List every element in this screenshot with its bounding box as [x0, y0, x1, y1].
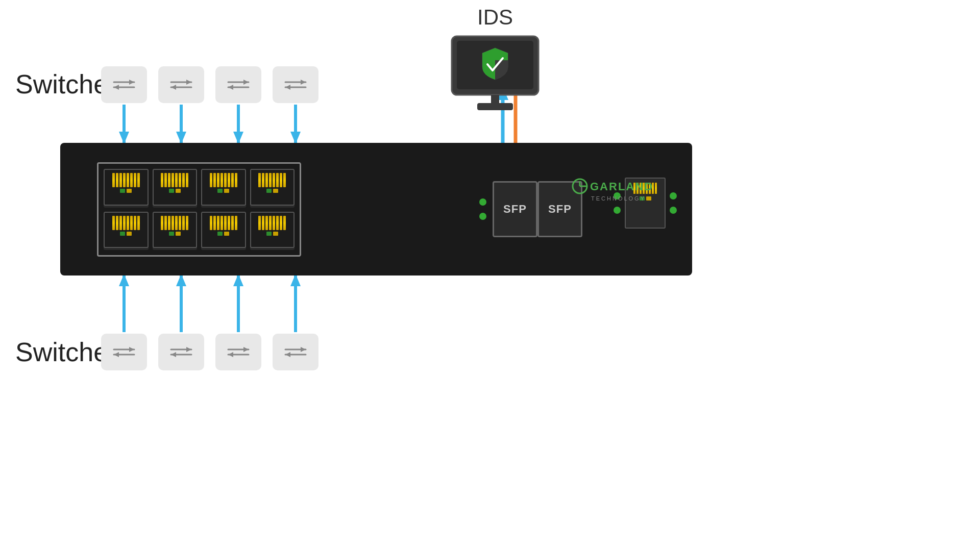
svg-rect-41	[477, 103, 513, 110]
rj45-port-1	[104, 169, 149, 208]
rj45-port-6	[153, 212, 198, 251]
ids-container: IDS	[449, 5, 541, 113]
right-dot-4	[670, 207, 677, 214]
svg-marker-37	[285, 85, 290, 90]
svg-marker-33	[228, 85, 233, 90]
svg-marker-25	[114, 85, 119, 90]
svg-marker-54	[171, 352, 176, 357]
svg-marker-5	[233, 132, 243, 144]
rj45-port-4	[250, 169, 295, 208]
sfp-status-dots-left	[479, 198, 486, 220]
ids-label: IDS	[477, 5, 513, 30]
svg-marker-27	[186, 80, 191, 85]
svg-marker-1	[119, 132, 129, 144]
svg-rect-40	[491, 95, 499, 104]
sfp-dot-1	[479, 198, 486, 206]
svg-marker-13	[233, 274, 243, 286]
right-dot-2	[614, 207, 621, 214]
rj45-port-8	[250, 212, 295, 251]
switch-icon-top-4	[273, 66, 318, 103]
switch-icon-bot-3	[215, 334, 261, 370]
switch-icon-bot-2	[158, 334, 204, 370]
right-dot-3	[670, 192, 677, 199]
rj45-port-2	[153, 169, 198, 208]
svg-marker-50	[114, 352, 119, 357]
svg-marker-15	[290, 274, 301, 286]
sfp-port-1: SFP	[493, 181, 537, 237]
svg-marker-48	[129, 347, 134, 352]
svg-marker-7	[290, 132, 301, 144]
svg-marker-56	[243, 347, 249, 352]
svg-text:TECHNOLOGY: TECHNOLOGY	[591, 195, 646, 202]
svg-marker-60	[301, 347, 306, 352]
svg-text:GARLAND: GARLAND	[590, 180, 653, 193]
switch-icon-bot-1	[101, 334, 147, 370]
svg-marker-9	[119, 274, 129, 286]
diagram-container: Switches	[0, 0, 980, 551]
switch-icon-top-2	[158, 66, 204, 103]
sfp-dot-2	[479, 213, 486, 220]
svg-marker-11	[176, 274, 186, 286]
svg-marker-35	[301, 80, 306, 85]
switch-icon-top-1	[101, 66, 147, 103]
right-status-dots-2	[670, 192, 677, 214]
svg-marker-31	[243, 80, 249, 85]
switch-icon-bot-4	[273, 334, 318, 370]
svg-marker-58	[228, 352, 233, 357]
rj45-port-3	[201, 169, 246, 208]
svg-marker-23	[129, 80, 134, 85]
rj45-port-7	[201, 212, 246, 251]
ids-monitor-icon	[449, 34, 541, 113]
svg-marker-3	[176, 132, 186, 144]
rj45-port-5	[104, 212, 149, 251]
switch-icon-top-3	[215, 66, 261, 103]
svg-marker-29	[171, 85, 176, 90]
svg-marker-52	[186, 347, 191, 352]
sfp-area: SFP SFP	[479, 181, 582, 237]
garland-logo: GARLAND TECHNOLOGY	[570, 176, 662, 207]
svg-marker-62	[285, 352, 290, 357]
port-panel	[97, 162, 301, 257]
network-chassis: SFP SFP	[60, 143, 692, 276]
